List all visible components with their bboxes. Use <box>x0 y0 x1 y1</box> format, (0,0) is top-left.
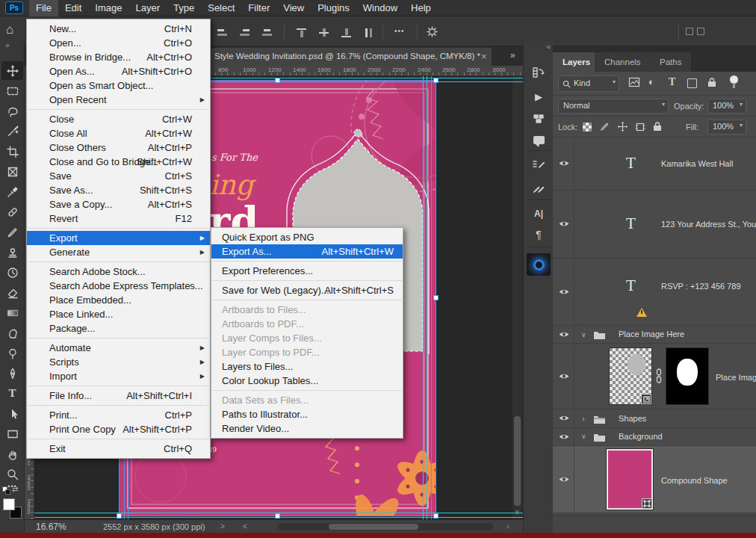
vertical-scrollbar-thumb[interactable] <box>514 416 521 506</box>
close-tab-icon[interactable]: × <box>481 51 487 62</box>
home-icon[interactable]: ⌂ <box>6 22 13 37</box>
menu-item-import[interactable]: Import▶ <box>27 369 210 383</box>
actions-panel-icon[interactable]: ▶ <box>530 87 548 105</box>
menu-item-browse-in-bridge[interactable]: Browse in Bridge...Alt+Ctrl+O <box>27 50 210 64</box>
object-selection-tool[interactable] <box>1 122 23 140</box>
layer-row-group[interactable]: › Shapes <box>553 409 756 428</box>
tab-layers[interactable]: Layers <box>553 52 600 72</box>
lock-all-icon[interactable] <box>652 121 663 134</box>
align-right-edges-icon[interactable] <box>261 28 273 37</box>
menu-item-exit[interactable]: ExitCtrl+Q <box>27 442 210 456</box>
collapse-dock-icon[interactable]: « <box>546 43 549 51</box>
menu-item-package[interactable]: Package... <box>27 321 210 336</box>
layer-name[interactable]: RSVP : +123 456 789 <box>661 282 741 291</box>
lock-pixels-icon[interactable] <box>599 121 610 134</box>
filter-type-layers-icon[interactable]: T <box>669 76 675 88</box>
menu-item-open-as[interactable]: Open As...Alt+Shift+Ctrl+O <box>27 64 210 78</box>
collapse-toolbar-icon[interactable]: » <box>5 41 8 49</box>
layer-row-text[interactable]: T Kamarika West Hall <box>553 137 756 191</box>
menu-type[interactable]: Type <box>167 0 201 16</box>
menu-item-print-one-copy[interactable]: Print One CopyAlt+Shift+Ctrl+P <box>27 422 210 436</box>
layer-name[interactable]: Background <box>619 432 663 441</box>
menu-window[interactable]: Window <box>356 0 404 16</box>
menu-view[interactable]: View <box>276 0 311 16</box>
tab-channels[interactable]: Channels <box>595 52 651 72</box>
character-panel-icon[interactable]: A| <box>530 205 548 223</box>
eye-icon[interactable] <box>558 475 570 483</box>
filter-adjustment-layers-icon[interactable]: ◐ <box>648 76 654 87</box>
visibility-cell[interactable] <box>553 344 574 409</box>
lock-transparency-icon[interactable] <box>583 123 592 132</box>
path-selection-tool[interactable] <box>1 404 23 423</box>
menu-item-scripts[interactable]: Scripts▶ <box>27 355 210 369</box>
visibility-cell[interactable] <box>553 137 574 190</box>
align-horizontal-centers-icon[interactable] <box>239 28 250 37</box>
menu-item-close-and-go-to-bridge[interactable]: Close and Go to Bridge...Shift+Ctrl+W <box>27 155 210 169</box>
brush-settings-panel-icon[interactable] <box>530 156 548 174</box>
visibility-cell[interactable] <box>553 409 574 427</box>
menu-help[interactable]: Help <box>404 0 438 16</box>
eraser-tool[interactable] <box>1 283 23 302</box>
workspace-icon[interactable] <box>697 28 704 35</box>
menu-item-print[interactable]: Print...Ctrl+P <box>27 408 210 422</box>
opacity-dropdown[interactable]: 100% ▾ <box>707 99 746 114</box>
eye-icon[interactable] <box>558 330 570 338</box>
gear-icon[interactable] <box>426 25 439 38</box>
menu-item-color-lookup-tables[interactable]: Color Lookup Tables... <box>211 374 403 388</box>
menu-item-layers-to-files[interactable]: Layers to Files... <box>211 359 403 374</box>
menu-item-place-linked[interactable]: Place Linked... <box>27 307 210 321</box>
menu-item-place-embedded[interactable]: Place Embedded... <box>27 293 210 307</box>
crop-tool[interactable] <box>1 142 23 161</box>
filter-shape-layers-icon[interactable] <box>687 78 697 88</box>
filter-kind-dropdown[interactable]: Kind ▾ <box>558 75 619 92</box>
align-left-edges-icon[interactable] <box>217 28 228 37</box>
history-brush-tool[interactable] <box>1 263 23 282</box>
chevron-down-icon[interactable]: ∨ <box>581 331 586 338</box>
smudge-tool[interactable] <box>1 324 23 342</box>
layer-name[interactable]: Kamarika West Hall <box>661 159 733 168</box>
eye-icon[interactable] <box>558 433 570 441</box>
menu-item-new[interactable]: New...Ctrl+N <box>27 22 210 36</box>
eyedropper-tool[interactable] <box>1 182 23 201</box>
layer-name[interactable]: Place Image Here <box>619 330 684 338</box>
eye-icon[interactable] <box>558 288 570 296</box>
menu-item-export[interactable]: Export▶ <box>27 231 210 245</box>
clone-stamp-tool[interactable] <box>1 243 23 262</box>
menu-item-open-as-smart-object[interactable]: Open as Smart Object... <box>27 78 210 93</box>
rectangular-marquee-tool[interactable] <box>1 81 23 100</box>
lock-artboard-icon[interactable] <box>635 122 645 134</box>
comments-panel-icon[interactable] <box>530 131 548 149</box>
filter-smart-objects-icon[interactable] <box>707 77 717 90</box>
link-mask-icon[interactable] <box>655 368 663 383</box>
menu-item-open-recent[interactable]: Open Recent▶ <box>27 93 210 107</box>
transform-handle[interactable] <box>275 78 280 83</box>
menu-item-save-for-web-legacy[interactable]: Save for Web (Legacy)...Alt+Shift+Ctrl+S <box>211 283 403 297</box>
menu-item-search-adobe-stock[interactable]: Search Adobe Stock... <box>27 265 210 279</box>
more-options-icon[interactable]: ••• <box>394 27 405 35</box>
layer-row-image[interactable]: Place Image <box>553 344 756 409</box>
menu-item-search-adobe-express-templates[interactable]: Search Adobe Express Templates... <box>27 279 210 293</box>
tab-overflow-icon[interactable]: » <box>510 50 514 61</box>
lasso-tool[interactable] <box>1 102 23 120</box>
scroll-right-icon[interactable]: › <box>506 522 509 531</box>
transform-handle[interactable] <box>433 513 439 519</box>
dodge-tool[interactable] <box>1 344 23 362</box>
move-tool[interactable] <box>1 61 23 80</box>
menu-item-save[interactable]: SaveCtrl+S <box>27 169 210 183</box>
menu-item-open[interactable]: Open...Ctrl+O <box>27 36 210 50</box>
visibility-cell[interactable] <box>553 259 574 325</box>
menu-item-save-a-copy[interactable]: Save a Copy...Alt+Ctrl+S <box>27 197 210 211</box>
layer-row-shape-selected[interactable]: Compound Shape <box>553 446 756 513</box>
align-vertical-centers-icon[interactable] <box>318 28 329 37</box>
menu-item-file-info[interactable]: File Info...Alt+Shift+Ctrl+I <box>27 389 210 403</box>
scroll-down-icon[interactable]: ∨ <box>515 508 520 516</box>
menu-file[interactable]: File <box>29 0 58 16</box>
pen-tool[interactable] <box>1 364 23 383</box>
filter-pixel-layers-icon[interactable] <box>628 77 640 89</box>
layer-name[interactable]: 123 Your Address St., Your C <box>661 220 756 229</box>
paragraph-panel-icon[interactable]: ¶ <box>530 226 548 244</box>
align-bottom-edges-icon[interactable] <box>341 28 352 37</box>
menu-item-revert[interactable]: RevertF12 <box>27 211 210 226</box>
history-panel-icon[interactable] <box>530 64 548 81</box>
libraries-panel-icon[interactable] <box>530 110 548 128</box>
